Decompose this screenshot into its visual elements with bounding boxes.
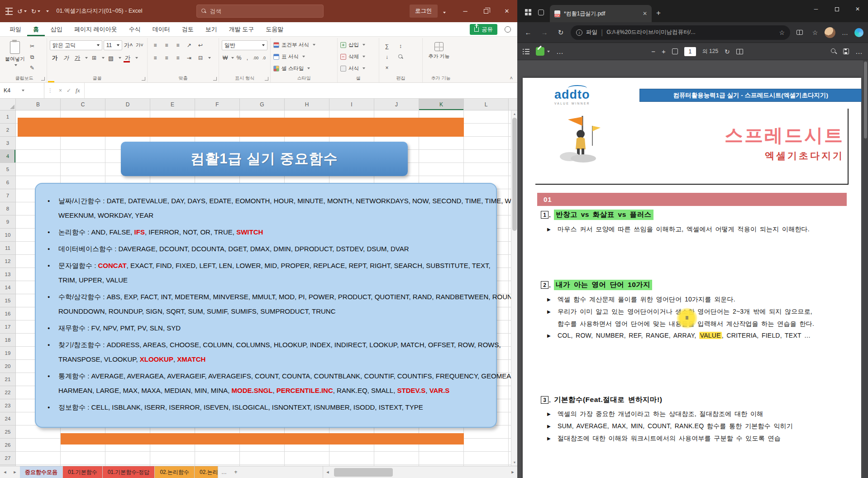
zoom-out-icon[interactable]: − [651, 48, 655, 55]
font-name-select[interactable]: 맑은 고딕 [50, 40, 102, 50]
italic-icon[interactable]: 가 [61, 54, 71, 62]
ribbon-tab-보기[interactable]: 보기 [200, 22, 223, 36]
row-header-12[interactable]: 12 [0, 255, 15, 268]
select-all-corner[interactable] [0, 99, 16, 110]
formula-input[interactable] [85, 83, 517, 98]
browser-restore-button[interactable] [826, 0, 847, 18]
bold-icon[interactable]: 가 [50, 54, 60, 62]
cell-styles-button[interactable]: 셀 스타일 [273, 63, 334, 74]
sheet-nav-right-icon[interactable]: ► [10, 466, 20, 478]
pdf-save-icon[interactable] [843, 48, 849, 54]
undo-button[interactable]: ↺ [17, 8, 27, 15]
new-tab-button[interactable]: + [656, 9, 661, 18]
ribbon-tab-페이지 레이아웃[interactable]: 페이지 레이아웃 [68, 22, 123, 36]
row-header-16[interactable]: 16 [0, 307, 15, 320]
ribbon-tab-홈[interactable]: 홈 [27, 22, 45, 36]
pdf-more-tools-icon[interactable]: … [556, 48, 563, 56]
scroll-down-icon[interactable]: ▼ [511, 459, 517, 466]
insert-function-icon[interactable]: fx [76, 87, 80, 94]
row-header-4[interactable]: 4 [0, 150, 15, 163]
search-input[interactable] [210, 8, 319, 14]
row-header-25[interactable]: 25 [0, 425, 15, 439]
zoom-in-icon[interactable]: + [662, 48, 666, 55]
dialog-launcher-icon[interactable] [265, 77, 268, 81]
redo-button[interactable]: ↻ [31, 8, 41, 15]
clear-icon[interactable]: × [382, 63, 392, 72]
pdf-more-options-icon[interactable]: … [855, 48, 863, 56]
row-header-15[interactable]: 15 [0, 294, 15, 307]
login-button[interactable]: 로그인 [410, 5, 438, 18]
orientation-icon[interactable]: ↗ [184, 41, 194, 50]
table-of-contents-icon[interactable] [523, 49, 529, 54]
paste-button[interactable]: 붙여넣기 [5, 39, 25, 75]
workspaces-icon[interactable] [522, 6, 534, 19]
forward-button[interactable]: → [538, 26, 551, 39]
indent-icons[interactable]: ⇥ [184, 54, 194, 62]
row-header-9[interactable]: 9 [0, 215, 15, 229]
excel-app-icon[interactable] [5, 8, 13, 15]
row-header-18[interactable]: 18 [0, 334, 15, 347]
column-header-E[interactable]: E [150, 99, 195, 110]
row-header-2[interactable]: 2 [0, 124, 15, 137]
scroll-up-icon[interactable]: ▲ [511, 110, 517, 117]
new-sheet-button[interactable]: + [230, 466, 242, 478]
font-size-select[interactable]: 11 [104, 40, 122, 50]
format-cells-button[interactable]: 서식 [340, 63, 376, 74]
cancel-entry-icon[interactable]: × [59, 87, 62, 94]
more-sheets-icon[interactable]: … [218, 466, 230, 478]
scroll-left-icon[interactable]: ◄ [323, 470, 332, 474]
row-header-5[interactable]: 5 [0, 163, 15, 176]
row-header-13[interactable]: 13 [0, 268, 15, 281]
align-middle-icon[interactable]: ≡ [162, 41, 172, 50]
minimize-button[interactable]: ─ [455, 0, 476, 22]
pdf-scrollbar[interactable] [863, 60, 868, 478]
vertical-scroll-thumb[interactable] [512, 118, 517, 231]
number-format-select[interactable]: 일반 [222, 40, 267, 50]
increase-decimal-icon[interactable]: .00 [252, 54, 259, 62]
dialog-launcher-icon[interactable] [41, 77, 45, 81]
row-header-20[interactable]: 20 [0, 360, 15, 373]
fill-color-icon[interactable]: ▨ [106, 54, 116, 62]
row-header-14[interactable]: 14 [0, 281, 15, 294]
page-number-input[interactable]: 1 [684, 47, 696, 56]
refresh-button[interactable]: ↻ [554, 26, 567, 39]
browser-close-button[interactable]: ✕ [847, 0, 868, 18]
row-header-8[interactable]: 8 [0, 202, 15, 215]
accounting-format-icon[interactable]: ₩ [222, 54, 229, 62]
column-header-J[interactable]: J [374, 99, 419, 110]
row-header-1[interactable]: 1 [0, 110, 15, 124]
ribbon-tab-삽입[interactable]: 삽입 [45, 22, 68, 36]
share-button[interactable]: 공유 [470, 24, 497, 35]
row-header-27[interactable]: 27 [0, 452, 15, 465]
orange-bar-bottom-shape[interactable] [61, 433, 464, 445]
align-right-icon[interactable]: ≡ [173, 54, 183, 62]
font-color-icon[interactable]: 가 [123, 54, 133, 62]
close-button[interactable]: ✕ [496, 0, 517, 22]
row-header-7[interactable]: 7 [0, 189, 15, 202]
vertical-scrollbar[interactable]: ▲ ▼ [511, 110, 517, 466]
merge-center-icon[interactable]: ⊟ [196, 54, 205, 62]
restore-button[interactable] [476, 0, 496, 22]
close-tab-icon[interactable]: ✕ [643, 10, 647, 17]
underline-icon[interactable]: 가 [72, 54, 82, 62]
ribbon-tab-검토[interactable]: 검토 [176, 22, 200, 36]
column-header-F[interactable]: F [195, 99, 240, 110]
column-header-K[interactable]: K [419, 99, 464, 110]
sheet-nav-left-icon[interactable]: ◄ [0, 466, 10, 478]
row-header-22[interactable]: 22 [0, 386, 15, 399]
percent-icon[interactable]: % [235, 54, 242, 62]
row-header-11[interactable]: 11 [0, 242, 15, 255]
dialog-launcher-icon[interactable] [213, 77, 217, 81]
insert-cells-button[interactable]: +삽입 [340, 39, 376, 50]
collapse-ribbon-icon[interactable]: ˄ [510, 75, 513, 81]
highlighter-pen-button[interactable] [536, 47, 550, 56]
conditional-formatting-button[interactable]: 조건부 서식 [273, 39, 334, 50]
column-header-G[interactable]: G [240, 99, 285, 110]
page-layout-icon[interactable] [736, 49, 743, 54]
sort-filter-icon[interactable]: ↕ [396, 42, 405, 50]
ribbon-display-options-icon[interactable] [442, 7, 446, 15]
row-header-26[interactable]: 26 [0, 439, 15, 452]
quick-access-chevron-icon[interactable] [45, 10, 49, 12]
column-header-B[interactable]: B [16, 99, 61, 110]
column-header-C[interactable]: C [61, 99, 105, 110]
